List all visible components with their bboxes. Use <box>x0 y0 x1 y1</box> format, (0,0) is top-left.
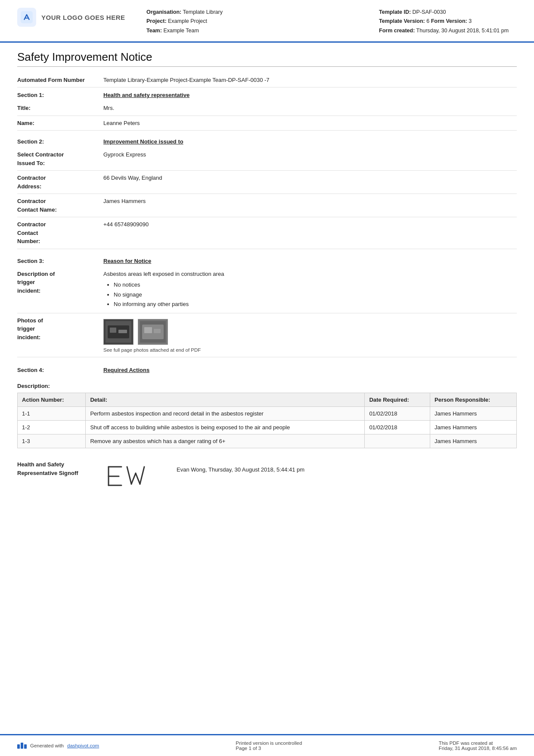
photos-label: Photos oftriggerincident: <box>17 316 103 342</box>
team-label: Team: <box>146 28 162 34</box>
svg-line-15 <box>136 473 140 484</box>
trigger-incident-row: Description oftriggerincident: Asbestos … <box>17 267 517 313</box>
project-value: Example Project <box>168 18 207 24</box>
template-id-value: DP-SAF-0030 <box>413 9 446 15</box>
trigger-bullet-1: No notices <box>114 281 517 289</box>
name-label: Name: <box>17 119 103 128</box>
trigger-bullets-list: No notices No signage No informing any o… <box>114 281 517 309</box>
section3-title: Reason for Notice <box>103 258 151 264</box>
svg-rect-8 <box>154 329 161 333</box>
svg-rect-4 <box>118 330 127 333</box>
title-label: Title: <box>17 104 103 112</box>
col-person: Person Responsible: <box>430 393 517 407</box>
footer-right: This PDF was created at Friday, 31 Augus… <box>439 740 517 751</box>
footer-pdf-created-value: Friday, 31 August 2018, 8:45:56 am <box>439 746 517 751</box>
svg-rect-0 <box>21 11 33 23</box>
signoff-info: Evan Wong, Thursday, 30 August 2018, 5:4… <box>177 460 304 473</box>
table-row: 1-2 Shut off access to building while as… <box>18 421 517 434</box>
signoff-date: Thursday, 30 August 2018, 5:44:41 pm <box>208 466 304 473</box>
section2-number: Section 2: <box>17 138 103 145</box>
main-content: Safety Improvement Notice Automated Form… <box>0 43 534 734</box>
row1-action-number: 1-1 <box>18 407 86 421</box>
row2-detail: Shut off access to building while asbest… <box>86 421 365 434</box>
row3-date <box>365 434 430 448</box>
form-version-label: Form Version: <box>431 18 467 24</box>
section4-header: Section 4: Required Actions <box>17 362 517 376</box>
photo-2 <box>138 319 168 345</box>
bar2 <box>21 743 23 749</box>
col-date-required: Date Required: <box>365 393 430 407</box>
project-label: Project: <box>146 18 167 24</box>
contractor-label: Select ContractorIssued To: <box>17 150 103 167</box>
footer-center: Printed version is uncontrolled Page 1 o… <box>236 740 302 751</box>
template-version-value: 6 <box>426 18 429 24</box>
section2-header: Section 2: Improvement Notice issued to <box>17 134 517 147</box>
section1-header: Section 1: Health and safety representat… <box>17 87 517 101</box>
row2-date: 01/02/2018 <box>365 421 430 434</box>
section3-number: Section 3: <box>17 258 103 264</box>
contractor-address-label: ContractorAddress: <box>17 174 103 191</box>
photos-value: See full page photos attached at end of … <box>103 316 517 354</box>
logo-area: YOUR LOGO GOES HERE <box>17 8 129 27</box>
svg-line-16 <box>140 467 144 484</box>
row3-action-number: 1-3 <box>18 434 86 448</box>
contractor-row: Select ContractorIssued To: Gyprock Expr… <box>17 147 517 171</box>
automated-form-number-label: Automated Form Number <box>17 76 103 84</box>
svg-line-13 <box>127 467 131 484</box>
actions-table: Action Number: Detail: Date Required: Pe… <box>17 393 517 448</box>
title-row: Title: Mrs. <box>17 101 517 116</box>
automated-form-number-value: Template Library-Example Project-Example… <box>103 76 517 84</box>
org-value: Template Library <box>183 9 223 15</box>
row1-detail: Perform asbestos inspection and record d… <box>86 407 365 421</box>
title-value: Mrs. <box>103 104 517 112</box>
table-row: 1-1 Perform asbestos inspection and reco… <box>18 407 517 421</box>
signoff-signature <box>103 460 164 494</box>
footer-page: Page 1 of 3 <box>236 746 302 751</box>
col-detail: Detail: <box>86 393 365 407</box>
header-meta-right: Template ID: DP-SAF-0030 Template Versio… <box>379 8 517 35</box>
row3-person: James Hammers <box>430 434 517 448</box>
contractor-value: Gyprock Express <box>103 150 517 159</box>
photos-row: Photos oftriggerincident: <box>17 313 517 357</box>
team-value: Example Team <box>163 28 199 34</box>
photo-caption: See full page photos attached at end of … <box>103 347 517 354</box>
trigger-incident-value: Asbestos areas left exposed in construct… <box>103 270 517 310</box>
contractor-contact-name-row: ContractorContact Name: James Hammers <box>17 194 517 217</box>
contractor-contact-number-label: ContractorContactNumber: <box>17 220 103 246</box>
svg-rect-3 <box>110 328 116 333</box>
bar3 <box>24 744 27 749</box>
footer-link[interactable]: dashpivot.com <box>67 743 99 748</box>
trigger-bullet-2: No signage <box>114 291 517 299</box>
section2-title: Improvement Notice issued to <box>103 138 183 145</box>
actions-table-section: Description: Action Number: Detail: Date… <box>17 383 517 448</box>
automated-form-number-row: Automated Form Number Template Library-E… <box>17 73 517 88</box>
section4-number: Section 4: <box>17 367 103 373</box>
section1-title: Health and safety representative <box>103 92 189 98</box>
org-label: Organisation: <box>146 9 181 15</box>
row2-person: James Hammers <box>430 421 517 434</box>
doc-title: Safety Improvement Notice <box>17 50 517 67</box>
row1-person: James Hammers <box>430 407 517 421</box>
page-header: YOUR LOGO GOES HERE Organisation: Templa… <box>0 0 534 43</box>
signoff-signer: Evan Wong <box>177 466 205 473</box>
template-id-label: Template ID: <box>379 9 411 15</box>
contractor-contact-name-value: James Hammers <box>103 197 517 206</box>
trigger-bullet-3: No informing any other parties <box>114 300 517 309</box>
row2-action-number: 1-2 <box>18 421 86 434</box>
section1-number: Section 1: <box>17 92 103 98</box>
logo-icon <box>17 8 36 27</box>
row3-detail: Remove any asbestos which has a danger r… <box>86 434 365 448</box>
svg-rect-7 <box>144 327 152 333</box>
section4-title: Required Actions <box>103 367 149 373</box>
name-value: Leanne Peters <box>103 119 517 128</box>
contractor-contact-name-label: ContractorContact Name: <box>17 197 103 214</box>
trigger-incident-label: Description oftriggerincident: <box>17 270 103 295</box>
form-created-label: Form created: <box>379 28 415 34</box>
contractor-contact-number-row: ContractorContactNumber: +44 65748909090 <box>17 217 517 249</box>
footer-uncontrolled: Printed version is uncontrolled <box>236 740 302 746</box>
footer-generated-text: Generated with <box>30 743 64 748</box>
footer-left: Generated with dashpivot.com <box>17 743 99 749</box>
table-desc-label: Description: <box>17 383 517 389</box>
photo-1 <box>103 319 134 345</box>
table-body: 1-1 Perform asbestos inspection and reco… <box>18 407 517 448</box>
